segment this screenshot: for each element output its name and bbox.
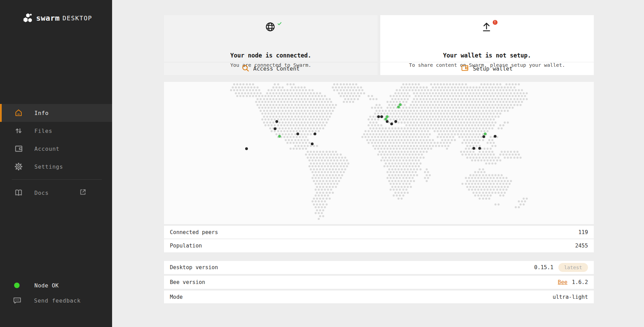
map-dot xyxy=(343,171,345,173)
map-dot xyxy=(326,180,328,182)
map-dot xyxy=(487,95,489,97)
map-dot xyxy=(454,86,456,88)
map-dot xyxy=(335,174,337,176)
map-dot xyxy=(408,142,411,144)
map-dot xyxy=(332,157,334,159)
sidebar-item-account[interactable]: Account xyxy=(0,140,112,158)
map-dot xyxy=(393,148,395,150)
map-dot xyxy=(418,130,420,132)
map-dot xyxy=(386,107,389,109)
map-dot xyxy=(393,189,395,191)
map-dot xyxy=(471,107,473,109)
map-dot xyxy=(293,113,295,115)
map-dot xyxy=(476,139,478,141)
map-dot xyxy=(315,130,317,132)
map-dot xyxy=(308,165,310,167)
map-dot xyxy=(288,122,290,124)
map-dot xyxy=(504,151,506,153)
map-dot xyxy=(399,136,401,138)
map-dot xyxy=(526,92,528,94)
map-dot xyxy=(488,157,490,159)
sidebar-item-label: Files xyxy=(34,128,52,134)
map-dot xyxy=(441,104,443,106)
map-dot xyxy=(430,101,432,103)
map-dot xyxy=(383,148,385,150)
map-dot xyxy=(271,107,273,109)
map-dot xyxy=(474,154,476,156)
desktop-version-label: Desktop version xyxy=(170,264,218,271)
map-dot xyxy=(499,189,501,191)
map-dot xyxy=(463,116,465,118)
search-icon xyxy=(242,65,249,73)
map-dot xyxy=(402,183,404,185)
map-dot xyxy=(322,104,324,106)
map-dot xyxy=(382,127,384,129)
map-dot xyxy=(491,157,493,159)
map-dot xyxy=(447,104,449,106)
sidebar-item-settings[interactable]: Settings xyxy=(0,158,112,176)
map-dot xyxy=(316,192,318,194)
map-dot xyxy=(268,107,270,109)
map-dot xyxy=(518,200,520,202)
map-dot xyxy=(509,154,511,156)
map-dot xyxy=(412,124,414,126)
map-dot xyxy=(469,151,471,153)
bee-link[interactable]: Bee xyxy=(558,279,567,285)
map-dot xyxy=(326,116,328,118)
map-dot xyxy=(438,98,440,100)
map-dot xyxy=(242,83,244,85)
map-dot xyxy=(338,162,340,165)
wallet-status-card: ! Your wallet is not setup. To share con… xyxy=(380,15,594,75)
map-dot xyxy=(483,177,485,179)
send-feedback-button[interactable]: Send feedback xyxy=(0,295,112,306)
setup-wallet-button[interactable]: Setup wallet xyxy=(380,62,594,75)
map-dot xyxy=(393,101,395,103)
map-dot xyxy=(393,183,395,185)
map-dot xyxy=(407,145,409,147)
map-dot xyxy=(435,116,437,118)
sidebar-item-docs[interactable]: Docs xyxy=(0,184,112,202)
map-dot xyxy=(523,198,525,200)
map-dot xyxy=(441,133,443,135)
map-dot xyxy=(405,89,407,91)
map-dot xyxy=(318,113,320,115)
map-dot xyxy=(327,118,329,120)
map-dot xyxy=(427,118,429,120)
map-dot xyxy=(504,110,506,112)
sidebar-item-files[interactable]: Files xyxy=(0,122,112,140)
map-dot xyxy=(286,113,288,115)
map-dot xyxy=(454,98,456,100)
map-dot xyxy=(426,127,428,129)
access-content-button[interactable]: Access Content xyxy=(164,62,378,75)
map-dot xyxy=(239,89,241,91)
map-dot xyxy=(501,104,503,106)
map-dot xyxy=(472,122,474,124)
map-dot xyxy=(346,159,348,161)
map-dot xyxy=(429,116,431,118)
map-dot xyxy=(357,86,359,88)
map-dot xyxy=(446,130,448,132)
map-dot xyxy=(468,95,470,97)
map-dot xyxy=(324,183,326,185)
map-dot xyxy=(319,209,321,211)
sidebar-item-info[interactable]: Info xyxy=(0,104,112,122)
external-link-icon[interactable] xyxy=(79,189,86,197)
map-dot xyxy=(498,186,500,188)
map-dot xyxy=(477,159,479,161)
map-dot xyxy=(294,104,296,106)
map-dot xyxy=(493,124,495,126)
map-dot xyxy=(268,113,270,115)
map-dot xyxy=(468,101,470,103)
map-dot xyxy=(413,145,415,147)
map-dot xyxy=(290,107,292,109)
map-dot xyxy=(487,142,489,144)
map-dot xyxy=(487,159,489,161)
map-dot xyxy=(315,159,317,161)
connected-peers-label: Connected peers xyxy=(170,229,218,235)
peer-dot xyxy=(311,143,314,145)
map-dot xyxy=(480,130,482,132)
map-dot xyxy=(485,157,487,159)
map-dot xyxy=(316,168,318,170)
map-dot xyxy=(501,192,503,194)
map-dot xyxy=(279,127,281,129)
